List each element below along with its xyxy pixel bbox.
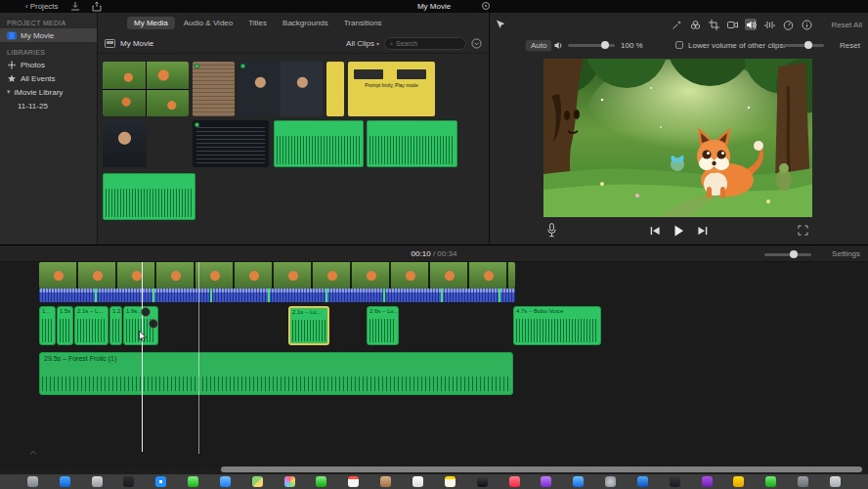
- lower-volume-checkbox[interactable]: [675, 41, 683, 49]
- clip-thumbnail-presenter-2[interactable]: [103, 120, 147, 167]
- color-balance-icon[interactable]: [689, 19, 701, 30]
- dock-app-icon[interactable]: [284, 476, 295, 487]
- import-media-icon[interactable]: [70, 2, 80, 12]
- playhead[interactable]: [142, 262, 143, 452]
- search-box[interactable]: [384, 37, 466, 50]
- music-track-clip[interactable]: 29.5s – Forest Frolic (1): [39, 352, 513, 395]
- projects-back-button[interactable]: ‹ Projects: [25, 2, 59, 11]
- volume-slider[interactable]: [568, 44, 615, 47]
- audio-clip-selected[interactable]: 2.1s – Lu...: [288, 306, 329, 345]
- clip-thumbnail-presenter[interactable]: [239, 62, 323, 116]
- sidebar-item-imovie-library[interactable]: ▾ iMovie Library: [0, 85, 97, 99]
- fullscreen-icon[interactable]: [798, 225, 808, 236]
- clip-thumbnail-slide-small[interactable]: [326, 62, 344, 116]
- filter-label: All Clips: [346, 39, 374, 48]
- clip-thumbnail-notes[interactable]: [193, 62, 235, 116]
- star-icon: [7, 74, 17, 83]
- audio-clip[interactable]: 1.5s ..: [57, 306, 73, 345]
- browser-settings-icon[interactable]: [471, 38, 482, 49]
- dock-app-icon[interactable]: [348, 476, 359, 487]
- ducking-slider[interactable]: [783, 44, 824, 47]
- dock-app-icon[interactable]: [541, 476, 551, 487]
- attached-audio-track[interactable]: [39, 289, 515, 302]
- pointer-tool-icon[interactable]: [496, 20, 505, 30]
- crop-icon[interactable]: [708, 19, 719, 30]
- audio-clip-thumbnail[interactable]: [274, 120, 364, 167]
- clip-thumbnail-screen[interactable]: [193, 120, 269, 167]
- audio-clip[interactable]: 2.6s – Lu...: [367, 306, 399, 345]
- dock-app-icon[interactable]: [637, 476, 648, 487]
- dock-app-icon[interactable]: [477, 476, 488, 487]
- dock-app-icon[interactable]: [188, 476, 198, 487]
- sidebar-item-my-movie[interactable]: My Movie: [0, 28, 97, 42]
- search-input[interactable]: [396, 40, 460, 47]
- play-button[interactable]: [673, 225, 684, 237]
- dock-app-icon[interactable]: [605, 476, 616, 487]
- reset-all-button[interactable]: Reset All: [831, 21, 862, 29]
- dock-app-icon[interactable]: [702, 476, 713, 487]
- all-clips-filter[interactable]: All Clips ▾: [346, 39, 379, 48]
- skip-forward-button[interactable]: [697, 226, 709, 236]
- auto-volume-button[interactable]: Auto: [525, 39, 552, 52]
- dock-app-icon[interactable]: [92, 476, 103, 487]
- dock-app-icon[interactable]: [252, 476, 263, 487]
- browser-title: My Movie: [120, 39, 153, 48]
- skip-back-button[interactable]: [649, 226, 661, 236]
- enhance-icon[interactable]: [671, 19, 682, 30]
- audio-clip[interactable]: 4.7s – Bobo Voice: [513, 306, 601, 345]
- sidebar-item-photos[interactable]: Photos: [0, 58, 97, 71]
- dock-app-icon[interactable]: [798, 476, 808, 487]
- clip-hover-control[interactable]: [149, 319, 158, 329]
- clip-thumbnail-slide[interactable]: Prompt broly, Play mode: [348, 62, 435, 116]
- audio-clip-thumbnail[interactable]: [103, 173, 195, 220]
- dock-app-icon[interactable]: [573, 476, 584, 487]
- dock-app-icon[interactable]: [123, 476, 134, 487]
- clip-hover-control[interactable]: [141, 307, 151, 317]
- dock-app-icon[interactable]: [316, 476, 326, 487]
- speed-icon[interactable]: [782, 19, 794, 30]
- stabilization-icon[interactable]: [726, 19, 738, 30]
- tab-my-media[interactable]: My Media: [127, 17, 175, 29]
- disclosure-chevron-icon[interactable]: ▾: [7, 88, 11, 96]
- dock-app-icon[interactable]: [412, 476, 423, 487]
- tab-audio-video[interactable]: Audio & Video: [177, 17, 240, 29]
- audio-clip[interactable]: 1...: [39, 306, 56, 345]
- dock-app-icon[interactable]: [733, 476, 744, 487]
- settings-button[interactable]: Settings: [832, 249, 860, 258]
- horizontal-scrollbar[interactable]: [221, 467, 862, 472]
- preview-video[interactable]: [543, 59, 812, 217]
- dock-app-icon[interactable]: [60, 476, 70, 487]
- dock-app-icon[interactable]: [380, 476, 391, 487]
- toolbar-extra-icon[interactable]: [481, 1, 491, 11]
- tab-backgrounds[interactable]: Backgrounds: [276, 17, 335, 29]
- fox-scene: [543, 59, 812, 217]
- dock-app-icon[interactable]: [155, 476, 166, 487]
- clip-thumbnail-fox[interactable]: [103, 62, 189, 116]
- dock-app-icon[interactable]: [27, 476, 38, 487]
- reset-button[interactable]: Reset: [840, 41, 860, 50]
- audio-clip[interactable]: 1.2.: [109, 306, 122, 345]
- microphone-icon[interactable]: [546, 223, 557, 238]
- tab-titles[interactable]: Titles: [241, 17, 274, 29]
- audio-clip-thumbnail[interactable]: [367, 120, 457, 167]
- dock-app-icon[interactable]: [509, 476, 520, 487]
- sidebar-item-event[interactable]: 11-11-25: [0, 99, 97, 112]
- volume-icon[interactable]: [745, 19, 757, 30]
- dock-app-icon[interactable]: [445, 476, 456, 487]
- audio-clip[interactable]: 2.1s – L...: [74, 306, 108, 345]
- share-icon[interactable]: [92, 2, 102, 12]
- sidebar-item-all-events[interactable]: All Events: [0, 71, 97, 85]
- video-track-filmstrip[interactable]: [39, 262, 515, 289]
- music-clip-label: 29.5s – Forest Frolic (1): [40, 353, 512, 362]
- media-thumbnails: Prompt broly, Play mode: [98, 54, 489, 244]
- dock-app-icon[interactable]: [670, 476, 680, 487]
- slide-caption: Prompt broly, Play mode: [348, 82, 435, 88]
- dock-app-icon[interactable]: [220, 476, 231, 487]
- noise-reduction-icon[interactable]: [763, 19, 775, 30]
- info-icon[interactable]: [801, 19, 812, 30]
- timeline-zoom-slider[interactable]: [764, 253, 811, 256]
- tab-transitions[interactable]: Transitions: [337, 17, 389, 29]
- chevron-up-icon[interactable]: [29, 450, 37, 456]
- dock-trash-icon[interactable]: [830, 476, 841, 487]
- dock-app-icon[interactable]: [765, 476, 776, 487]
